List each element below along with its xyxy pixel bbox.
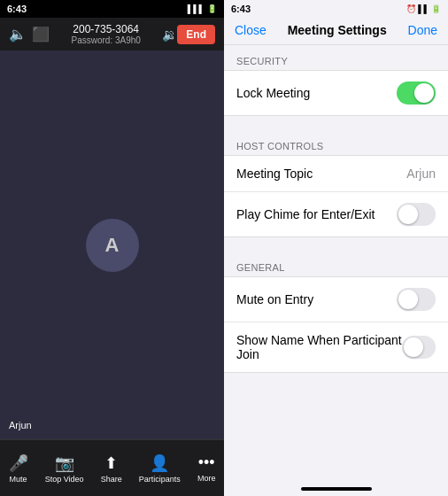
meeting-password: Password: 3A9h0 bbox=[50, 35, 162, 45]
meeting-topic-row[interactable]: Meeting Topic Arjun bbox=[224, 156, 448, 192]
mute-button[interactable]: 🎤 Mute bbox=[9, 453, 28, 484]
more-icon: ••• bbox=[198, 453, 215, 472]
end-button[interactable]: End bbox=[177, 25, 215, 44]
share-label: Share bbox=[101, 475, 122, 484]
right-alarm-icon: ⏰ bbox=[406, 4, 416, 13]
show-name-row: Show Name When Participant Join bbox=[224, 322, 448, 372]
play-chime-row: Play Chime for Enter/Exit bbox=[224, 192, 448, 236]
participants-icon: 👤 bbox=[150, 453, 169, 473]
meeting-topic-value: Arjun bbox=[406, 167, 436, 181]
nav-bar: Close Meeting Settings Done bbox=[224, 18, 448, 45]
meeting-number: 200-735-3064 bbox=[50, 23, 162, 35]
lock-meeting-row: Lock Meeting bbox=[224, 71, 448, 115]
participant-name: Arjun bbox=[9, 420, 32, 430]
settings-title: Meeting Settings bbox=[288, 23, 387, 37]
mute-on-entry-row: Mute on Entry bbox=[224, 277, 448, 322]
camera-flip-icon[interactable]: ⬛ bbox=[32, 26, 50, 43]
security-section-header: SECURITY bbox=[224, 45, 448, 70]
host-controls-section-header: HOST CONTROLS bbox=[224, 130, 448, 155]
mute-on-entry-toggle[interactable] bbox=[397, 288, 436, 311]
meeting-info: 200-735-3064 Password: 3A9h0 bbox=[50, 23, 162, 45]
security-group: Lock Meeting bbox=[224, 70, 448, 116]
play-chime-toggle[interactable] bbox=[397, 203, 436, 226]
battery-icon: 🔋 bbox=[207, 4, 217, 13]
left-status-icons: ▌▌▌ 🔋 bbox=[188, 4, 217, 13]
lock-meeting-toggle[interactable] bbox=[397, 81, 436, 105]
show-name-toggle[interactable] bbox=[402, 336, 436, 359]
status-bar-right: 6:43 ⏰ ▌▌ 🔋 bbox=[224, 0, 448, 18]
mute-on-entry-label: Mute on Entry bbox=[236, 292, 313, 306]
participants-label: Participants bbox=[139, 475, 181, 484]
more-label: More bbox=[197, 474, 216, 483]
meeting-topic-label: Meeting Topic bbox=[236, 167, 313, 181]
right-wifi-icon: ▌▌ bbox=[418, 4, 429, 13]
right-panel: 6:43 ⏰ ▌▌ 🔋 Close Meeting Settings Done … bbox=[224, 0, 448, 496]
video-icon: 📷 bbox=[55, 453, 74, 473]
settings-content: SECURITY Lock Meeting HOST CONTROLS Meet… bbox=[224, 45, 448, 484]
bottom-toolbar: 🎤 Mute 📷 Stop Video ⬆ Share 👤 Participan… bbox=[0, 439, 224, 496]
close-button[interactable]: Close bbox=[235, 23, 266, 37]
right-time: 6:43 bbox=[231, 4, 251, 14]
host-controls-group: Meeting Topic Arjun Play Chime for Enter… bbox=[224, 155, 448, 237]
right-status-icons: ⏰ ▌▌ 🔋 bbox=[406, 4, 441, 13]
video-area: A Arjun bbox=[0, 50, 224, 439]
audio-output-icon[interactable]: 🔉 bbox=[162, 27, 177, 42]
mute-icon: 🎤 bbox=[9, 453, 28, 473]
mute-label: Mute bbox=[10, 475, 27, 484]
right-battery-icon: 🔋 bbox=[431, 4, 441, 13]
stop-video-label: Stop Video bbox=[45, 475, 84, 484]
left-panel: 6:43 ▌▌▌ 🔋 🔈 ⬛ 200-735-3064 Password: 3A… bbox=[0, 0, 224, 496]
general-group: Mute on Entry Show Name When Participant… bbox=[224, 276, 448, 373]
lock-meeting-label: Lock Meeting bbox=[236, 86, 310, 100]
signal-icon: ▌▌▌ bbox=[188, 4, 205, 13]
done-button[interactable]: Done bbox=[408, 23, 437, 37]
avatar-initials: A bbox=[105, 234, 120, 257]
speaker-icon[interactable]: 🔈 bbox=[9, 26, 27, 43]
left-time: 6:43 bbox=[7, 4, 27, 14]
home-indicator bbox=[301, 487, 372, 491]
meeting-header: 🔈 ⬛ 200-735-3064 Password: 3A9h0 🔉 End bbox=[0, 18, 224, 50]
audio-controls: 🔈 ⬛ bbox=[9, 26, 50, 43]
participants-button[interactable]: 👤 Participants bbox=[139, 453, 181, 484]
share-button[interactable]: ⬆ Share bbox=[101, 453, 122, 484]
share-icon: ⬆ bbox=[104, 453, 118, 473]
stop-video-button[interactable]: 📷 Stop Video bbox=[45, 453, 84, 484]
more-button[interactable]: ••• More bbox=[197, 453, 216, 483]
avatar: A bbox=[86, 219, 139, 272]
show-name-label: Show Name When Participant Join bbox=[236, 333, 402, 361]
play-chime-label: Play Chime for Enter/Exit bbox=[236, 207, 375, 221]
status-bar-left: 6:43 ▌▌▌ 🔋 bbox=[0, 0, 224, 18]
general-section-header: GENERAL bbox=[224, 252, 448, 276]
